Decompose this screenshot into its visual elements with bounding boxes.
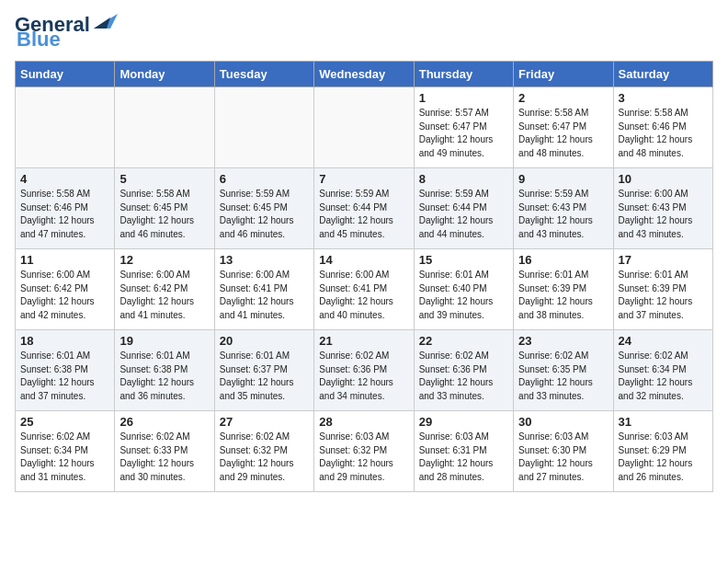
calendar-cell: 26Sunrise: 6:02 AM Sunset: 6:33 PM Dayli… [115, 411, 214, 492]
day-number: 2 [518, 91, 608, 105]
calendar-cell [16, 87, 115, 168]
day-info: Sunrise: 6:01 AM Sunset: 6:39 PM Dayligh… [619, 269, 708, 322]
day-info: Sunrise: 6:00 AM Sunset: 6:41 PM Dayligh… [220, 269, 309, 322]
day-info: Sunrise: 6:02 AM Sunset: 6:36 PM Dayligh… [419, 350, 508, 403]
day-info: Sunrise: 6:01 AM Sunset: 6:38 PM Dayligh… [20, 350, 109, 403]
day-number: 10 [619, 172, 708, 186]
day-number: 15 [419, 253, 508, 267]
day-number: 20 [220, 334, 309, 348]
day-info: Sunrise: 5:59 AM Sunset: 6:44 PM Dayligh… [319, 188, 408, 241]
calendar-cell: 19Sunrise: 6:01 AM Sunset: 6:38 PM Dayli… [115, 330, 214, 411]
calendar-cell: 21Sunrise: 6:02 AM Sunset: 6:36 PM Dayli… [314, 330, 414, 411]
calendar-cell: 24Sunrise: 6:02 AM Sunset: 6:34 PM Dayli… [613, 330, 712, 411]
day-info: Sunrise: 6:02 AM Sunset: 6:34 PM Dayligh… [20, 431, 109, 484]
day-number: 25 [20, 415, 109, 429]
day-info: Sunrise: 5:57 AM Sunset: 6:47 PM Dayligh… [419, 107, 508, 160]
calendar-cell: 25Sunrise: 6:02 AM Sunset: 6:34 PM Dayli… [16, 411, 115, 492]
day-number: 22 [419, 334, 508, 348]
calendar-cell: 11Sunrise: 6:00 AM Sunset: 6:42 PM Dayli… [16, 249, 115, 330]
calendar-header-sunday: Sunday [16, 62, 115, 87]
day-info: Sunrise: 6:03 AM Sunset: 6:29 PM Dayligh… [619, 431, 708, 484]
day-info: Sunrise: 6:02 AM Sunset: 6:36 PM Dayligh… [319, 350, 408, 403]
day-number: 18 [20, 334, 109, 348]
calendar-cell: 31Sunrise: 6:03 AM Sunset: 6:29 PM Dayli… [613, 411, 712, 492]
day-number: 6 [220, 172, 309, 186]
day-info: Sunrise: 6:03 AM Sunset: 6:31 PM Dayligh… [419, 431, 508, 484]
calendar-cell [214, 87, 313, 168]
day-number: 27 [220, 415, 309, 429]
day-info: Sunrise: 6:03 AM Sunset: 6:32 PM Dayligh… [319, 431, 408, 484]
day-number: 26 [119, 415, 209, 429]
calendar-cell: 16Sunrise: 6:01 AM Sunset: 6:39 PM Dayli… [514, 249, 613, 330]
calendar-cell: 5Sunrise: 5:58 AM Sunset: 6:45 PM Daylig… [115, 168, 214, 249]
calendar-cell: 22Sunrise: 6:02 AM Sunset: 6:36 PM Dayli… [414, 330, 513, 411]
day-number: 1 [419, 91, 508, 105]
day-number: 13 [220, 253, 309, 267]
calendar-cell [314, 87, 414, 168]
logo-wing-icon [92, 12, 118, 30]
calendar-cell: 27Sunrise: 6:02 AM Sunset: 6:32 PM Dayli… [214, 411, 313, 492]
day-info: Sunrise: 6:01 AM Sunset: 6:37 PM Dayligh… [220, 350, 309, 403]
day-number: 28 [319, 415, 408, 429]
day-info: Sunrise: 6:01 AM Sunset: 6:38 PM Dayligh… [119, 350, 209, 403]
calendar-cell: 2Sunrise: 5:58 AM Sunset: 6:47 PM Daylig… [514, 87, 613, 168]
calendar-cell: 4Sunrise: 5:58 AM Sunset: 6:46 PM Daylig… [16, 168, 115, 249]
day-number: 24 [619, 334, 708, 348]
calendar-week-2: 4Sunrise: 5:58 AM Sunset: 6:46 PM Daylig… [16, 168, 713, 249]
day-info: Sunrise: 6:00 AM Sunset: 6:42 PM Dayligh… [20, 269, 109, 322]
calendar-cell: 12Sunrise: 6:00 AM Sunset: 6:42 PM Dayli… [115, 249, 214, 330]
calendar-cell: 3Sunrise: 5:58 AM Sunset: 6:46 PM Daylig… [613, 87, 712, 168]
day-number: 17 [619, 253, 708, 267]
calendar-week-3: 11Sunrise: 6:00 AM Sunset: 6:42 PM Dayli… [16, 249, 713, 330]
day-info: Sunrise: 5:59 AM Sunset: 6:44 PM Dayligh… [419, 188, 508, 241]
calendar-header-row: SundayMondayTuesdayWednesdayThursdayFrid… [16, 62, 713, 87]
calendar-cell [115, 87, 214, 168]
day-number: 29 [419, 415, 508, 429]
calendar-cell: 30Sunrise: 6:03 AM Sunset: 6:30 PM Dayli… [514, 411, 613, 492]
day-info: Sunrise: 5:58 AM Sunset: 6:46 PM Dayligh… [619, 107, 708, 160]
calendar-table: SundayMondayTuesdayWednesdayThursdayFrid… [15, 61, 713, 492]
day-info: Sunrise: 6:02 AM Sunset: 6:33 PM Dayligh… [119, 431, 209, 484]
calendar-week-5: 25Sunrise: 6:02 AM Sunset: 6:34 PM Dayli… [16, 411, 713, 492]
calendar-cell: 17Sunrise: 6:01 AM Sunset: 6:39 PM Dayli… [613, 249, 712, 330]
day-number: 23 [518, 334, 608, 348]
day-info: Sunrise: 6:02 AM Sunset: 6:35 PM Dayligh… [518, 350, 608, 403]
calendar-cell: 8Sunrise: 5:59 AM Sunset: 6:44 PM Daylig… [414, 168, 513, 249]
day-number: 21 [319, 334, 408, 348]
day-info: Sunrise: 6:01 AM Sunset: 6:39 PM Dayligh… [518, 269, 608, 322]
day-number: 7 [319, 172, 408, 186]
day-info: Sunrise: 6:00 AM Sunset: 6:43 PM Dayligh… [619, 188, 708, 241]
day-number: 12 [119, 253, 209, 267]
day-info: Sunrise: 5:59 AM Sunset: 6:45 PM Dayligh… [220, 188, 309, 241]
day-number: 16 [518, 253, 608, 267]
calendar-header-monday: Monday [115, 62, 214, 87]
day-info: Sunrise: 5:58 AM Sunset: 6:46 PM Dayligh… [20, 188, 109, 241]
day-number: 8 [419, 172, 508, 186]
day-info: Sunrise: 6:00 AM Sunset: 6:41 PM Dayligh… [319, 269, 408, 322]
day-info: Sunrise: 6:01 AM Sunset: 6:40 PM Dayligh… [419, 269, 508, 322]
day-number: 14 [319, 253, 408, 267]
calendar-week-4: 18Sunrise: 6:01 AM Sunset: 6:38 PM Dayli… [16, 330, 713, 411]
calendar-cell: 6Sunrise: 5:59 AM Sunset: 6:45 PM Daylig… [214, 168, 313, 249]
day-number: 19 [119, 334, 209, 348]
page-header: General Blue [15, 15, 713, 52]
calendar-cell: 20Sunrise: 6:01 AM Sunset: 6:37 PM Dayli… [214, 330, 313, 411]
calendar-header-thursday: Thursday [414, 62, 513, 87]
day-info: Sunrise: 6:02 AM Sunset: 6:32 PM Dayligh… [220, 431, 309, 484]
logo: General Blue [15, 15, 118, 52]
calendar-cell: 10Sunrise: 6:00 AM Sunset: 6:43 PM Dayli… [613, 168, 712, 249]
day-info: Sunrise: 6:02 AM Sunset: 6:34 PM Dayligh… [619, 350, 708, 403]
calendar-cell: 23Sunrise: 6:02 AM Sunset: 6:35 PM Dayli… [514, 330, 613, 411]
calendar-header-tuesday: Tuesday [214, 62, 313, 87]
calendar-cell: 1Sunrise: 5:57 AM Sunset: 6:47 PM Daylig… [414, 87, 513, 168]
calendar-cell: 14Sunrise: 6:00 AM Sunset: 6:41 PM Dayli… [314, 249, 414, 330]
calendar-cell: 18Sunrise: 6:01 AM Sunset: 6:38 PM Dayli… [16, 330, 115, 411]
day-info: Sunrise: 5:59 AM Sunset: 6:43 PM Dayligh… [518, 188, 608, 241]
day-number: 4 [20, 172, 109, 186]
calendar-week-1: 1Sunrise: 5:57 AM Sunset: 6:47 PM Daylig… [16, 87, 713, 168]
day-info: Sunrise: 5:58 AM Sunset: 6:45 PM Dayligh… [119, 188, 209, 241]
day-info: Sunrise: 6:03 AM Sunset: 6:30 PM Dayligh… [518, 431, 608, 484]
day-number: 11 [20, 253, 109, 267]
calendar-cell: 13Sunrise: 6:00 AM Sunset: 6:41 PM Dayli… [214, 249, 313, 330]
calendar-cell: 28Sunrise: 6:03 AM Sunset: 6:32 PM Dayli… [314, 411, 414, 492]
